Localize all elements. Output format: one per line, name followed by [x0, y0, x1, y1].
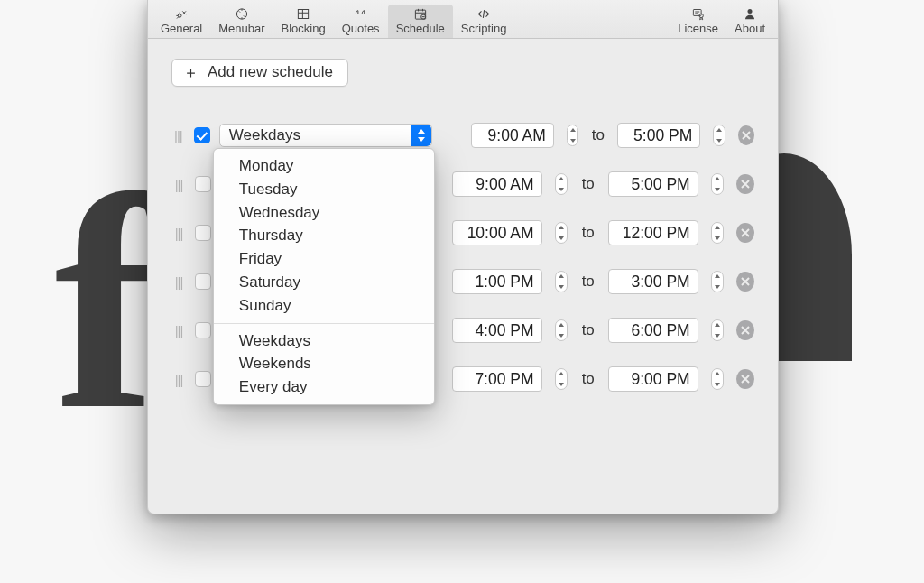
- from-time-value: 4:00 PM: [453, 321, 537, 340]
- toolbar-tab-quotes[interactable]: Quotes: [334, 5, 388, 38]
- from-time-input[interactable]: 1:00 PM: [452, 269, 541, 294]
- to-time-value: 12:00 PM: [609, 224, 693, 243]
- dropdown-separator: [214, 323, 434, 324]
- delete-row-button[interactable]: [736, 223, 754, 243]
- grid-icon: [293, 7, 313, 21]
- to-time-stepper[interactable]: [711, 222, 725, 244]
- to-time-stepper[interactable]: [711, 319, 725, 341]
- to-time-value: 5:00 PM: [609, 175, 693, 194]
- dropdown-option[interactable]: Tuesday: [214, 178, 434, 201]
- delete-row-button[interactable]: [736, 272, 754, 292]
- to-time-value: 9:00 PM: [609, 370, 693, 389]
- drag-handle-icon[interactable]: |||: [171, 226, 186, 241]
- toolbar-tab-label: About: [735, 23, 765, 34]
- to-time-stepper[interactable]: [711, 368, 725, 390]
- drag-handle-icon[interactable]: |||: [171, 323, 186, 338]
- dropdown-option[interactable]: Thursday: [214, 224, 434, 247]
- dropdown-option[interactable]: Wednesday: [214, 201, 434, 225]
- from-time-value: 1:00 PM: [453, 273, 537, 292]
- schedule-enabled-checkbox[interactable]: [195, 273, 211, 290]
- drag-handle-icon[interactable]: |||: [171, 372, 186, 387]
- from-time-stepper[interactable]: [555, 222, 568, 244]
- from-time-value: 7:00 PM: [453, 370, 537, 389]
- toolbar-tab-about[interactable]: About: [726, 5, 773, 38]
- to-label: to: [577, 370, 599, 388]
- svg-point-7: [748, 9, 753, 14]
- to-time-input[interactable]: 5:00 PM: [608, 171, 698, 197]
- drag-handle-icon[interactable]: |||: [171, 177, 186, 192]
- toolbar-tab-schedule[interactable]: Schedule: [388, 5, 453, 38]
- to-time-value: 3:00 PM: [609, 273, 693, 292]
- quotes-icon: [351, 7, 371, 21]
- delete-row-button[interactable]: [736, 369, 754, 389]
- person-icon: [741, 7, 759, 21]
- from-time-input[interactable]: 10:00 AM: [452, 220, 541, 245]
- to-label: to: [577, 321, 599, 339]
- schedule-enabled-checkbox[interactable]: [194, 127, 210, 143]
- dropdown-option[interactable]: Weekends: [214, 352, 434, 375]
- to-time-value: 6:00 PM: [609, 321, 693, 340]
- from-time-input[interactable]: 9:00 AM: [471, 123, 554, 148]
- toolbar: General Menubar Blocking Quotes Schedule: [148, 0, 778, 39]
- dropdown-option[interactable]: Monday: [214, 154, 434, 178]
- from-time-value: 9:00 AM: [453, 175, 537, 194]
- delete-row-button[interactable]: [738, 125, 754, 145]
- from-time-stepper[interactable]: [555, 319, 568, 341]
- schedule-panel: ＋ Add new schedule ||| Weekdays Monday: [148, 39, 778, 401]
- from-time-value: 10:00 AM: [453, 224, 537, 243]
- toolbar-tab-license[interactable]: License: [670, 5, 726, 38]
- to-time-stepper[interactable]: [711, 271, 725, 292]
- delete-row-button[interactable]: [736, 320, 754, 340]
- to-time-input[interactable]: 9:00 PM: [608, 366, 698, 392]
- from-time-input[interactable]: 7:00 PM: [452, 366, 541, 392]
- dropdown-option[interactable]: Sunday: [214, 294, 434, 318]
- toolbar-tab-menubar[interactable]: Menubar: [210, 5, 273, 38]
- to-time-input[interactable]: 6:00 PM: [608, 318, 698, 343]
- svg-rect-5: [693, 10, 701, 16]
- to-time-stepper[interactable]: [711, 173, 725, 195]
- to-time-input[interactable]: 5:00 PM: [617, 123, 700, 148]
- from-time-stepper[interactable]: [555, 173, 568, 195]
- from-time-value: 9:00 AM: [472, 126, 550, 145]
- toolbar-tab-general[interactable]: General: [152, 5, 210, 38]
- toolbar-tab-label: Schedule: [396, 23, 445, 34]
- dropdown-option[interactable]: Every day: [214, 375, 434, 399]
- schedule-enabled-checkbox[interactable]: [195, 176, 211, 192]
- dropdown-option[interactable]: Weekdays: [214, 329, 434, 353]
- compass-icon: [232, 7, 252, 21]
- dropdown-option[interactable]: Saturday: [214, 271, 434, 294]
- toolbar-tab-label: License: [678, 23, 718, 34]
- schedule-enabled-checkbox[interactable]: [195, 225, 211, 241]
- to-time-input[interactable]: 12:00 PM: [608, 220, 698, 245]
- from-time-stepper[interactable]: [555, 271, 568, 292]
- plus-icon: ＋: [183, 65, 199, 80]
- code-icon: [473, 7, 494, 21]
- calendar-icon: [411, 7, 430, 21]
- dropdown-option[interactable]: Friday: [214, 247, 434, 271]
- to-time-input[interactable]: 3:00 PM: [608, 269, 698, 294]
- to-label: to: [577, 224, 599, 242]
- add-schedule-button[interactable]: ＋ Add new schedule: [171, 59, 348, 87]
- toolbar-tab-label: Menubar: [218, 23, 264, 34]
- day-select[interactable]: Weekdays: [219, 124, 432, 147]
- to-time-value: 5:00 PM: [618, 126, 696, 145]
- from-time-stepper[interactable]: [567, 125, 579, 146]
- certificate-icon: [688, 7, 708, 21]
- toolbar-tab-blocking[interactable]: Blocking: [273, 5, 334, 38]
- from-time-input[interactable]: 9:00 AM: [452, 171, 541, 197]
- from-time-stepper[interactable]: [555, 368, 568, 390]
- add-schedule-label: Add new schedule: [208, 63, 333, 81]
- svg-rect-2: [299, 10, 309, 19]
- schedule-enabled-checkbox[interactable]: [195, 371, 211, 387]
- drag-handle-icon[interactable]: |||: [171, 274, 186, 290]
- chevron-updown-icon: [411, 125, 431, 146]
- toolbar-tab-scripting[interactable]: Scripting: [453, 5, 515, 38]
- toolbar-tab-label: General: [161, 23, 202, 34]
- schedule-enabled-checkbox[interactable]: [195, 322, 211, 338]
- drag-handle-icon[interactable]: |||: [171, 128, 185, 143]
- delete-row-button[interactable]: [736, 174, 754, 194]
- to-label: to: [587, 126, 608, 144]
- schedule-row: ||| Weekdays Monday Tuesday Wednesday Th…: [171, 123, 754, 148]
- from-time-input[interactable]: 4:00 PM: [452, 318, 541, 343]
- to-time-stepper[interactable]: [713, 125, 725, 146]
